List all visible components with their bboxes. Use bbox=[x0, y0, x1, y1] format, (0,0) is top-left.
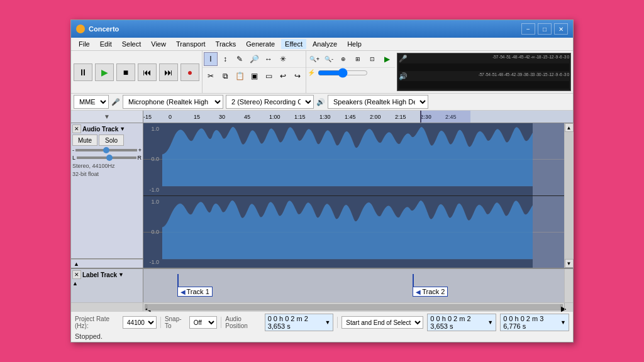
project-rate-select[interactable]: 44100 bbox=[123, 316, 157, 329]
h-scroll-corner2 bbox=[564, 303, 573, 311]
label-track-dropdown[interactable]: ▼ bbox=[118, 272, 124, 278]
label1-box: ◀ Track 1 bbox=[177, 287, 213, 297]
label-track-scrollbar bbox=[564, 269, 573, 302]
silence-button[interactable]: ▭ bbox=[262, 69, 275, 83]
record-meter-scale: -57 -54 -51 -48 -45 -42 -∞ -18 -15 -12 -… bbox=[492, 55, 569, 63]
expand-icon[interactable]: ▲ bbox=[74, 261, 79, 267]
project-rate-label: Project Rate (Hz): bbox=[75, 315, 119, 329]
scale-top2: 1.0 bbox=[143, 199, 159, 205]
play-meter-scale: -57 -54 -51 -48 -45 -42 -39 -36 -33 -30 … bbox=[479, 72, 569, 80]
audio-track-name: Audio Track bbox=[82, 126, 118, 133]
status-fields: Project Rate (Hz): 44100 Snap-To Off Aud… bbox=[75, 314, 569, 331]
maximize-button[interactable]: □ bbox=[538, 23, 552, 35]
zoom-tool[interactable]: 🔎 bbox=[247, 52, 261, 66]
waveform-top[interactable]: 1.0 0.0 -1.0 bbox=[143, 123, 564, 196]
skip-back-button[interactable]: ⏮ bbox=[138, 63, 157, 81]
solo-button[interactable]: Solo bbox=[99, 134, 124, 146]
tl-30: 30 bbox=[219, 114, 225, 120]
close-label-track-button[interactable]: ✕ bbox=[72, 270, 81, 279]
selection-start-field[interactable]: 0 0 h 0 2 m 2 3,653 s ▼ bbox=[427, 314, 496, 331]
zoom-fit-button[interactable]: ⊞ bbox=[351, 52, 365, 66]
menu-analyze[interactable]: Analyze bbox=[309, 39, 341, 49]
menu-edit[interactable]: Edit bbox=[96, 39, 116, 49]
pause-button[interactable]: ⏸ bbox=[74, 63, 92, 81]
output-device-select[interactable]: Speakers (Realtek High Definiti bbox=[328, 95, 428, 109]
select-tool[interactable]: I bbox=[204, 52, 218, 66]
audio-position-field[interactable]: 0 0 h 0 2 m 2 3,653 s ▼ bbox=[265, 314, 334, 331]
app-icon bbox=[76, 25, 85, 33]
copy-button[interactable]: ⧉ bbox=[218, 69, 232, 83]
pan-slider[interactable] bbox=[77, 156, 136, 159]
label1-text: Track 1 bbox=[187, 288, 209, 295]
close-button[interactable]: ✕ bbox=[554, 23, 568, 35]
status-bar: Project Rate (Hz): 44100 Snap-To Off Aud… bbox=[71, 311, 573, 342]
meter-record-icon: 🎤 bbox=[399, 55, 408, 63]
scale-mid: 0.0 bbox=[143, 156, 159, 162]
scroll-track-v[interactable] bbox=[565, 132, 574, 259]
zoom-tog-button[interactable]: ⊡ bbox=[365, 52, 379, 66]
h-scroll-right[interactable]: ▶ bbox=[560, 304, 563, 310]
zoom-out-button[interactable]: 🔍- bbox=[322, 52, 336, 66]
audio-pos-dropdown[interactable]: ▼ bbox=[325, 319, 331, 326]
volume-slider[interactable] bbox=[75, 149, 137, 151]
h-scroll-thumb[interactable] bbox=[147, 304, 560, 310]
waveform-svg-top bbox=[162, 123, 533, 195]
close-track-button[interactable]: ✕ bbox=[72, 124, 81, 133]
label-track-expand[interactable]: ▲ bbox=[72, 280, 78, 287]
paste-button[interactable]: 📋 bbox=[233, 69, 247, 83]
menu-tracks[interactable]: Tracks bbox=[212, 39, 240, 49]
menu-view[interactable]: View bbox=[147, 39, 170, 49]
h-scroll-track[interactable]: ◀ ▶ bbox=[143, 303, 564, 311]
zoom-in-button[interactable]: 🔍+ bbox=[308, 52, 321, 66]
scale-bot2: -1.0 bbox=[143, 259, 159, 265]
cut-button[interactable]: ✂ bbox=[204, 69, 218, 83]
menu-help[interactable]: Help bbox=[343, 39, 365, 49]
snap-to-select[interactable]: Off bbox=[189, 316, 218, 329]
scroll-up-button[interactable]: ▲ bbox=[565, 123, 574, 132]
sel-start-dropdown[interactable]: ▼ bbox=[487, 319, 493, 326]
stop-button[interactable]: ■ bbox=[116, 63, 135, 81]
waveform-bottom[interactable]: 1.0 0.0 -1.0 bbox=[143, 196, 564, 268]
menu-select[interactable]: Select bbox=[118, 39, 145, 49]
skip-fwd-button[interactable]: ⏭ bbox=[159, 63, 178, 81]
play-button[interactable]: ▶ bbox=[95, 63, 114, 81]
track-expand: ▲ bbox=[71, 259, 143, 268]
redo-button[interactable]: ↪ bbox=[291, 69, 304, 83]
menu-generate[interactable]: Generate bbox=[242, 39, 279, 49]
device-row: MME 🎤 Microphone (Realtek High Defini 2 … bbox=[71, 94, 573, 111]
minimize-button[interactable]: − bbox=[521, 23, 535, 35]
scroll-corner bbox=[71, 303, 143, 311]
selection-highlight-2 bbox=[533, 196, 564, 268]
menu-file[interactable]: File bbox=[75, 39, 94, 49]
undo-button[interactable]: ↩ bbox=[276, 69, 290, 83]
volume-thumb bbox=[103, 147, 109, 153]
scroll-down-button[interactable]: ▼ bbox=[565, 259, 574, 268]
speed-slider[interactable] bbox=[318, 70, 368, 75]
label1-arrow: ◀ bbox=[180, 288, 186, 295]
sel-end-dropdown[interactable]: ▼ bbox=[560, 319, 566, 326]
timeline[interactable]: ▼ -15 0 15 30 45 1:00 1:15 1:30 1:45 2:0… bbox=[71, 111, 573, 123]
selection-type-select[interactable]: Start and End of Selection bbox=[341, 316, 423, 329]
selection-end-field[interactable]: 0 0 h 0 2 m 3 6,776 s ▼ bbox=[500, 314, 569, 331]
play-vu-meter bbox=[399, 81, 569, 89]
vol-plus: + bbox=[138, 147, 142, 153]
input-device-select[interactable]: Microphone (Realtek High Defini bbox=[123, 95, 223, 109]
right-scrollbar: ▲ ▼ bbox=[564, 123, 573, 268]
channels-select[interactable]: 2 (Stereo) Recording Channels bbox=[226, 95, 314, 109]
menu-transport[interactable]: Transport bbox=[172, 39, 209, 49]
label-track1: ◀ Track 1 bbox=[177, 274, 213, 297]
label2-arrow: ◀ bbox=[416, 288, 421, 295]
record-button[interactable]: ● bbox=[180, 63, 199, 81]
zoom-sel-button[interactable]: ⊕ bbox=[336, 52, 350, 66]
envelope-tool[interactable]: ↕ bbox=[218, 52, 232, 66]
draw-tool[interactable]: ✎ bbox=[233, 52, 247, 66]
trim-button[interactable]: ▣ bbox=[247, 69, 261, 83]
time-shift-tool[interactable]: ↔ bbox=[262, 52, 275, 66]
label-track-waveform[interactable]: ◀ Track 1 ◀ Track 2 bbox=[143, 269, 564, 302]
menu-effect[interactable]: Effect bbox=[281, 39, 306, 49]
mute-button[interactable]: Mute bbox=[72, 134, 97, 146]
play-at-speed[interactable]: ▶ bbox=[380, 52, 394, 66]
multi-tool[interactable]: ✳ bbox=[276, 52, 290, 66]
host-select[interactable]: MME bbox=[74, 95, 109, 109]
track-dropdown-arrow[interactable]: ▼ bbox=[119, 126, 125, 132]
